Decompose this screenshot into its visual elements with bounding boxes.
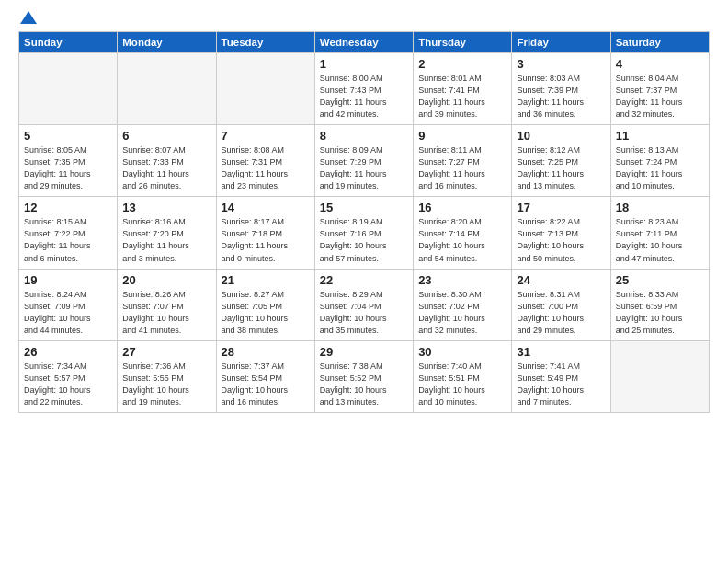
calendar-cell: 17Sunrise: 8:22 AMSunset: 7:13 PMDayligh… (512, 197, 610, 269)
day-number: 5 (24, 129, 112, 143)
calendar-cell: 26Sunrise: 7:34 AMSunset: 5:57 PMDayligh… (19, 340, 118, 412)
day-info: Sunrise: 8:17 AMSunset: 7:18 PMDaylight:… (222, 216, 310, 264)
calendar-cell: 14Sunrise: 8:17 AMSunset: 7:18 PMDayligh… (216, 197, 314, 269)
calendar-cell: 12Sunrise: 8:15 AMSunset: 7:22 PMDayligh… (19, 197, 118, 269)
day-number: 24 (517, 273, 605, 287)
svg-marker-0 (20, 11, 37, 24)
day-number: 21 (222, 273, 310, 287)
calendar-cell: 3Sunrise: 8:03 AMSunset: 7:39 PMDaylight… (512, 53, 610, 125)
day-number: 23 (418, 273, 506, 287)
day-info: Sunrise: 8:22 AMSunset: 7:13 PMDaylight:… (517, 216, 605, 264)
day-number: 27 (122, 345, 210, 359)
day-info: Sunrise: 8:09 AMSunset: 7:29 PMDaylight:… (320, 144, 408, 192)
calendar-cell: 22Sunrise: 8:29 AMSunset: 7:04 PMDayligh… (314, 269, 413, 340)
weekday-wednesday: Wednesday (314, 32, 413, 53)
day-info: Sunrise: 8:12 AMSunset: 7:25 PMDaylight:… (517, 144, 605, 192)
day-number: 20 (122, 273, 210, 287)
calendar-cell: 31Sunrise: 7:41 AMSunset: 5:49 PMDayligh… (512, 340, 610, 412)
calendar-cell (610, 340, 709, 412)
day-number: 28 (222, 345, 310, 359)
calendar-cell: 8Sunrise: 8:09 AMSunset: 7:29 PMDaylight… (314, 125, 413, 197)
day-info: Sunrise: 7:34 AMSunset: 5:57 PMDaylight:… (24, 361, 112, 408)
day-number: 4 (616, 57, 704, 71)
calendar-cell: 27Sunrise: 7:36 AMSunset: 5:55 PMDayligh… (118, 340, 216, 412)
day-number: 25 (616, 273, 704, 287)
day-info: Sunrise: 8:30 AMSunset: 7:02 PMDaylight:… (418, 289, 506, 337)
calendar-cell: 6Sunrise: 8:07 AMSunset: 7:33 PMDaylight… (118, 125, 216, 197)
day-info: Sunrise: 8:01 AMSunset: 7:41 PMDaylight:… (418, 73, 506, 121)
day-info: Sunrise: 8:00 AMSunset: 7:43 PMDaylight:… (320, 73, 408, 121)
calendar-cell: 15Sunrise: 8:19 AMSunset: 7:16 PMDayligh… (314, 197, 413, 269)
calendar-cell: 5Sunrise: 8:05 AMSunset: 7:35 PMDaylight… (19, 125, 118, 197)
day-info: Sunrise: 8:11 AMSunset: 7:27 PMDaylight:… (418, 144, 506, 192)
day-info: Sunrise: 8:23 AMSunset: 7:11 PMDaylight:… (616, 216, 704, 264)
day-info: Sunrise: 8:13 AMSunset: 7:24 PMDaylight:… (616, 144, 704, 192)
calendar-cell: 23Sunrise: 8:30 AMSunset: 7:02 PMDayligh… (414, 269, 512, 340)
calendar-cell: 4Sunrise: 8:04 AMSunset: 7:37 PMDaylight… (610, 53, 709, 125)
day-number: 14 (222, 201, 310, 214)
calendar-table: SundayMondayTuesdayWednesdayThursdayFrid… (18, 31, 710, 413)
day-number: 11 (616, 129, 704, 143)
day-number: 22 (320, 273, 408, 287)
day-info: Sunrise: 8:05 AMSunset: 7:35 PMDaylight:… (24, 144, 112, 192)
day-info: Sunrise: 8:16 AMSunset: 7:20 PMDaylight:… (122, 216, 210, 264)
day-info: Sunrise: 8:26 AMSunset: 7:07 PMDaylight:… (122, 289, 210, 337)
day-info: Sunrise: 8:07 AMSunset: 7:33 PMDaylight:… (122, 144, 210, 192)
day-number: 7 (222, 129, 310, 143)
calendar-cell (118, 53, 216, 125)
day-info: Sunrise: 8:03 AMSunset: 7:39 PMDaylight:… (517, 73, 605, 121)
logo (18, 15, 37, 22)
day-info: Sunrise: 7:38 AMSunset: 5:52 PMDaylight:… (320, 361, 408, 408)
day-info: Sunrise: 8:29 AMSunset: 7:04 PMDaylight:… (320, 289, 408, 337)
day-number: 17 (517, 201, 605, 214)
day-number: 13 (122, 201, 210, 214)
calendar-week-row: 12Sunrise: 8:15 AMSunset: 7:22 PMDayligh… (19, 197, 710, 269)
calendar-cell: 29Sunrise: 7:38 AMSunset: 5:52 PMDayligh… (314, 340, 413, 412)
day-info: Sunrise: 7:36 AMSunset: 5:55 PMDaylight:… (122, 361, 210, 408)
calendar-cell: 24Sunrise: 8:31 AMSunset: 7:00 PMDayligh… (512, 269, 610, 340)
day-number: 16 (418, 201, 506, 214)
day-info: Sunrise: 8:15 AMSunset: 7:22 PMDaylight:… (24, 216, 112, 264)
calendar-week-row: 1Sunrise: 8:00 AMSunset: 7:43 PMDaylight… (19, 53, 710, 125)
calendar-cell: 13Sunrise: 8:16 AMSunset: 7:20 PMDayligh… (118, 197, 216, 269)
header (18, 15, 710, 22)
calendar-cell: 28Sunrise: 7:37 AMSunset: 5:54 PMDayligh… (216, 340, 314, 412)
day-number: 2 (418, 57, 506, 71)
weekday-monday: Monday (118, 32, 216, 53)
day-number: 1 (320, 57, 408, 71)
day-info: Sunrise: 8:04 AMSunset: 7:37 PMDaylight:… (616, 73, 704, 121)
day-number: 10 (517, 129, 605, 143)
day-number: 30 (418, 345, 506, 359)
weekday-saturday: Saturday (610, 32, 709, 53)
day-number: 19 (24, 273, 112, 287)
calendar-cell: 10Sunrise: 8:12 AMSunset: 7:25 PMDayligh… (512, 125, 610, 197)
day-number: 3 (517, 57, 605, 71)
calendar-cell: 16Sunrise: 8:20 AMSunset: 7:14 PMDayligh… (414, 197, 512, 269)
calendar-cell: 11Sunrise: 8:13 AMSunset: 7:24 PMDayligh… (610, 125, 709, 197)
day-number: 29 (320, 345, 408, 359)
calendar-cell: 7Sunrise: 8:08 AMSunset: 7:31 PMDaylight… (216, 125, 314, 197)
day-number: 8 (320, 129, 408, 143)
weekday-friday: Friday (512, 32, 610, 53)
day-info: Sunrise: 7:37 AMSunset: 5:54 PMDaylight:… (222, 361, 310, 408)
day-number: 31 (517, 345, 605, 359)
calendar-cell: 9Sunrise: 8:11 AMSunset: 7:27 PMDaylight… (414, 125, 512, 197)
calendar-cell: 18Sunrise: 8:23 AMSunset: 7:11 PMDayligh… (610, 197, 709, 269)
logo-icon (20, 11, 37, 24)
calendar-cell: 25Sunrise: 8:33 AMSunset: 6:59 PMDayligh… (610, 269, 709, 340)
day-info: Sunrise: 7:40 AMSunset: 5:51 PMDaylight:… (418, 361, 506, 408)
calendar-page: SundayMondayTuesdayWednesdayThursdayFrid… (0, 0, 728, 563)
calendar-cell: 2Sunrise: 8:01 AMSunset: 7:41 PMDaylight… (414, 53, 512, 125)
calendar-cell: 30Sunrise: 7:40 AMSunset: 5:51 PMDayligh… (414, 340, 512, 412)
calendar-cell: 19Sunrise: 8:24 AMSunset: 7:09 PMDayligh… (19, 269, 118, 340)
day-number: 9 (418, 129, 506, 143)
weekday-sunday: Sunday (19, 32, 118, 53)
day-number: 18 (616, 201, 704, 214)
weekday-thursday: Thursday (414, 32, 512, 53)
day-info: Sunrise: 8:24 AMSunset: 7:09 PMDaylight:… (24, 289, 112, 337)
day-number: 12 (24, 201, 112, 214)
weekday-header-row: SundayMondayTuesdayWednesdayThursdayFrid… (19, 32, 710, 53)
day-number: 15 (320, 201, 408, 214)
day-info: Sunrise: 8:20 AMSunset: 7:14 PMDaylight:… (418, 216, 506, 264)
day-info: Sunrise: 8:27 AMSunset: 7:05 PMDaylight:… (222, 289, 310, 337)
